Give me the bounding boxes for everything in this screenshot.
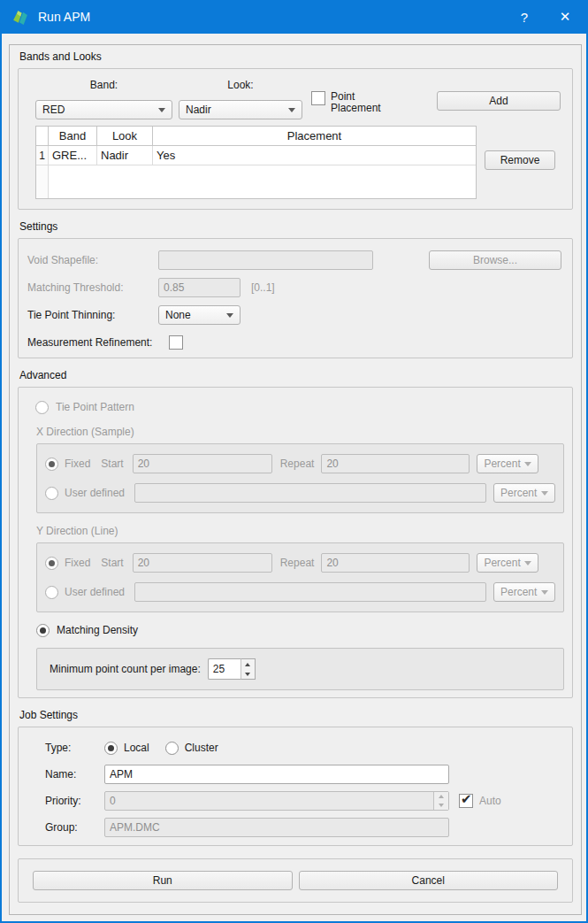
column-header-placement[interactable]: Placement <box>153 127 476 146</box>
y-user-unit-value: Percent <box>500 586 537 598</box>
x-direction-title: X Direction (Sample) <box>36 426 564 438</box>
x-start-label: Start <box>101 458 123 470</box>
measurement-refinement-checkbox[interactable] <box>169 335 183 350</box>
cancel-button[interactable]: Cancel <box>299 871 559 890</box>
title-bar: Run APM ? ✕ <box>0 0 588 34</box>
x-user-defined-input <box>134 483 486 503</box>
bands-looks-section-title: Bands and Looks <box>19 50 573 65</box>
x-repeat-label: Repeat <box>280 458 315 470</box>
column-header-look[interactable]: Look <box>97 127 153 146</box>
arrow-up-icon <box>439 795 444 798</box>
help-button[interactable]: ? <box>504 0 545 34</box>
x-start-input <box>133 454 272 473</box>
remove-button[interactable]: Remove <box>485 150 555 170</box>
run-button[interactable]: Run <box>33 871 293 890</box>
y-direction-title: Y Direction (Line) <box>36 525 564 537</box>
matching-threshold-label: Matching Threshold: <box>27 281 158 294</box>
column-header-band[interactable]: Band <box>49 127 97 146</box>
x-fixed-radio <box>45 458 58 471</box>
row-number-cell[interactable]: 1 <box>36 146 49 165</box>
y-user-defined-row: User defined Percent <box>45 581 555 603</box>
spin-down-button[interactable] <box>241 669 255 679</box>
job-name-input[interactable] <box>104 765 449 784</box>
tie-point-pattern-row: Tie Point Pattern <box>35 400 564 414</box>
matching-threshold-input <box>158 278 241 297</box>
look-select[interactable]: Nadir <box>179 100 302 119</box>
settings-groupbox: Void Shapefile: Browse... Matching Thres… <box>18 238 573 358</box>
job-name-row: Name: <box>45 765 561 784</box>
main-panel: Bands and Looks Band: RED Look: Nadir <box>9 44 582 915</box>
point-placement-label: Point Placement <box>331 91 389 114</box>
arrow-down-icon <box>439 804 444 807</box>
table-cell-band[interactable]: GRE... <box>49 146 97 165</box>
x-unit-value: Percent <box>484 458 520 470</box>
x-user-defined-label: User defined <box>65 487 125 499</box>
app-icon <box>11 8 30 27</box>
spin-up-button[interactable] <box>241 659 255 669</box>
cluster-label: Cluster <box>185 742 218 754</box>
arrow-down-icon <box>245 673 250 676</box>
add-button[interactable]: Add <box>437 91 561 111</box>
cluster-radio[interactable] <box>165 742 179 755</box>
spinner-buttons <box>433 792 448 810</box>
spinner-buttons <box>241 658 256 680</box>
job-group-label: Group: <box>45 821 104 834</box>
local-radio[interactable] <box>104 742 118 755</box>
table-cell-look[interactable]: Nadir <box>97 146 153 165</box>
table-cell-placement[interactable]: Yes <box>153 146 476 165</box>
tie-point-thinning-select[interactable]: None <box>158 305 241 325</box>
job-priority-row: Priority: Auto <box>45 791 561 811</box>
run-apm-dialog: Run APM ? ✕ Bands and Looks Band: RED Lo… <box>0 0 588 923</box>
tie-point-thinning-value: None <box>165 309 191 321</box>
x-user-unit-value: Percent <box>500 487 537 499</box>
job-priority-label: Priority: <box>45 795 104 807</box>
y-start-label: Start <box>101 557 123 569</box>
band-field: Band: RED <box>35 76 172 126</box>
min-point-count-spinner <box>208 658 256 680</box>
x-unit-select: Percent <box>477 454 538 473</box>
matching-threshold-range: [0..1] <box>251 281 275 294</box>
settings-section-title: Settings <box>19 220 573 235</box>
chevron-down-icon <box>524 462 531 466</box>
tie-point-pattern-label: Tie Point Pattern <box>56 401 134 413</box>
spin-down-button <box>434 801 448 810</box>
x-repeat-input <box>321 454 470 473</box>
y-unit-value: Percent <box>484 557 520 569</box>
matching-density-label: Matching Density <box>57 624 138 636</box>
band-select[interactable]: RED <box>35 100 172 119</box>
tie-point-pattern-radio <box>35 401 49 414</box>
x-direction-box: Fixed Start Repeat Percent User defined <box>36 443 564 513</box>
matching-density-row: Matching Density <box>36 623 564 637</box>
table-filler <box>153 165 476 198</box>
arrow-up-icon <box>245 663 250 666</box>
y-unit-select: Percent <box>477 553 538 573</box>
bands-looks-groupbox: Band: RED Look: Nadir Point Placement <box>18 68 573 210</box>
bands-table-row: Band Look Placement 1 GRE... Nadir Yes R… <box>35 126 561 199</box>
measurement-refinement-label: Measurement Refinement: <box>27 336 169 349</box>
point-placement-field: Point Placement <box>311 76 389 126</box>
y-user-defined-label: User defined <box>65 586 125 598</box>
matching-density-radio[interactable] <box>36 624 50 637</box>
matching-threshold-row: Matching Threshold: [0..1] <box>27 278 561 297</box>
look-field: Look: Nadir <box>179 76 302 126</box>
min-point-count-input[interactable] <box>208 658 241 680</box>
auto-priority-checkbox[interactable] <box>459 794 473 808</box>
type-local-option[interactable]: Local <box>104 742 149 755</box>
table-corner-cell <box>36 127 49 146</box>
x-user-defined-row: User defined Percent <box>45 482 555 504</box>
table-filler <box>97 165 153 198</box>
band-label: Band: <box>35 76 172 94</box>
y-direction-box: Fixed Start Repeat Percent User defined <box>36 542 564 612</box>
close-icon[interactable]: ✕ <box>545 0 585 34</box>
y-fixed-label: Fixed <box>65 557 90 569</box>
y-user-unit-select: Percent <box>493 582 555 602</box>
table-filler <box>49 165 97 198</box>
job-type-row: Type: Local Cluster <box>45 740 561 756</box>
advanced-section-title: Advanced <box>19 369 573 383</box>
tie-point-thinning-label: Tie Point Thinning: <box>27 309 158 321</box>
matching-density-box: Minimum point count per image: <box>36 648 564 690</box>
type-cluster-option[interactable]: Cluster <box>165 742 218 755</box>
job-priority-input <box>104 791 449 811</box>
point-placement-checkbox[interactable] <box>311 91 325 105</box>
y-fixed-radio <box>45 557 58 570</box>
